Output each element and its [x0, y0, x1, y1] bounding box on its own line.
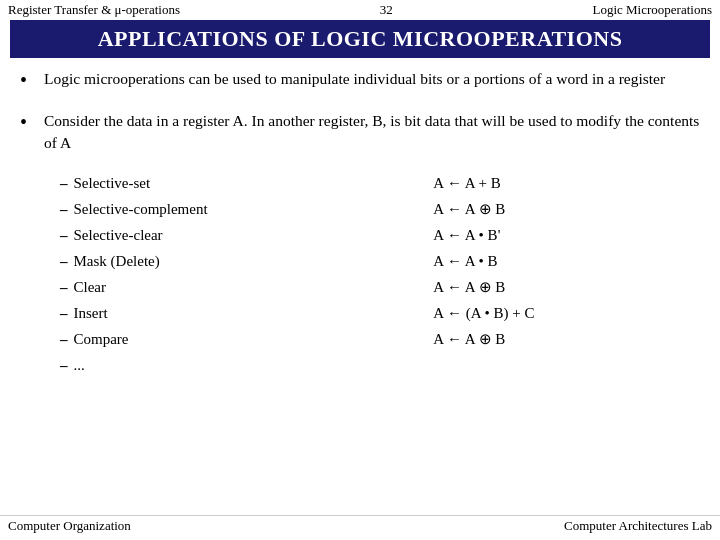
op-name-3: Mask (Delete): [74, 249, 160, 273]
title-bar: APPLICATIONS OF LOGIC MICROOPERATIONS: [10, 20, 710, 58]
op-dash-5: –: [60, 301, 68, 325]
op-name-4: Clear: [74, 275, 106, 299]
op-formula-3: A ← A • B: [433, 249, 700, 273]
op-name-6: Compare: [74, 327, 129, 351]
footer-right: Computer Architectures Lab: [564, 518, 712, 534]
op-name-0: Selective-set: [74, 171, 151, 195]
op-name-7: ...: [74, 353, 85, 377]
op-label-2: –Selective-clear: [60, 223, 373, 247]
op-formula-2: A ← A • B': [433, 223, 700, 247]
op-name-2: Selective-clear: [74, 223, 163, 247]
op-label-6: –Compare: [60, 327, 373, 351]
op-name-1: Selective-complement: [74, 197, 208, 221]
header: Register Transfer & μ-operations 32 Logi…: [0, 0, 720, 20]
op-dash-4: –: [60, 275, 68, 299]
op-label-3: –Mask (Delete): [60, 249, 373, 273]
op-dash-1: –: [60, 197, 68, 221]
bullet-text-2: Consider the data in a register A. In an…: [44, 110, 700, 155]
op-formula-0: A ← A + B: [433, 171, 700, 195]
op-formula-5: A ← (A • B) + C: [433, 301, 700, 325]
op-label-7: –...: [60, 353, 373, 377]
op-formula-1: A ← A ⊕ B: [433, 197, 700, 221]
bullet-dot-2: •: [20, 108, 40, 136]
op-dash-7: –: [60, 353, 68, 377]
op-dash-0: –: [60, 171, 68, 195]
op-dash-2: –: [60, 223, 68, 247]
header-center: 32: [380, 2, 393, 18]
op-formula-6: A ← A ⊕ B: [433, 327, 700, 351]
op-formula-7: [433, 353, 700, 377]
footer-left: Computer Organization: [8, 518, 131, 534]
bullet-dot-1: •: [20, 66, 40, 94]
op-label-0: –Selective-set: [60, 171, 373, 195]
op-label-1: –Selective-complement: [60, 197, 373, 221]
header-right: Logic Microoperations: [592, 2, 712, 18]
header-left: Register Transfer & μ-operations: [8, 2, 180, 18]
footer: Computer Organization Computer Architect…: [0, 515, 720, 536]
op-formula-4: A ← A ⊕ B: [433, 275, 700, 299]
bullet-1: • Logic microoperations can be used to m…: [20, 68, 700, 94]
bullet-2: • Consider the data in a register A. In …: [20, 110, 700, 155]
op-label-4: –Clear: [60, 275, 373, 299]
op-name-5: Insert: [74, 301, 108, 325]
operations-grid: –Selective-setA ← A + B–Selective-comple…: [60, 171, 700, 377]
bullet-text-1: Logic microoperations can be used to man…: [44, 68, 665, 90]
op-label-5: –Insert: [60, 301, 373, 325]
op-dash-6: –: [60, 327, 68, 351]
op-dash-3: –: [60, 249, 68, 273]
